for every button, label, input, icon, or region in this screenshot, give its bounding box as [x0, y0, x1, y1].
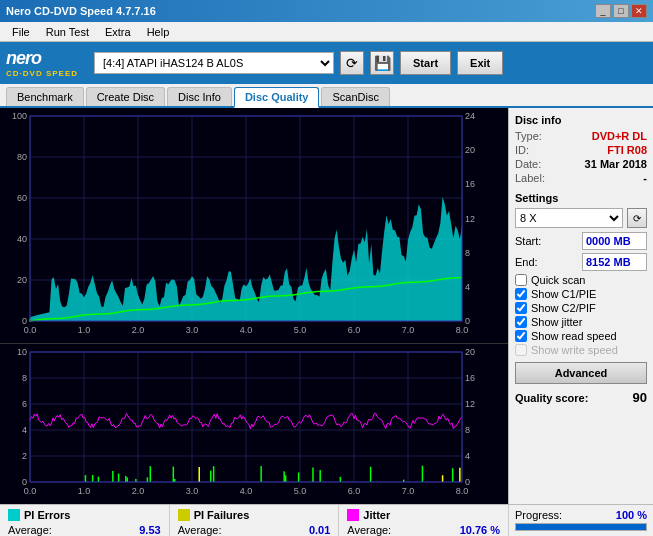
- disc-date-label: Date:: [515, 158, 541, 170]
- save-icon-button[interactable]: 💾: [370, 51, 394, 75]
- app-logo: nero CD·DVD SPEED: [6, 48, 78, 78]
- show-jitter-row: Show jitter: [515, 316, 647, 328]
- logo-subtitle: CD·DVD SPEED: [6, 69, 78, 78]
- quick-scan-row: Quick scan: [515, 274, 647, 286]
- disc-id-row: ID: FTI R08: [515, 144, 647, 156]
- disc-date-value: 31 Mar 2018: [585, 158, 647, 170]
- exit-button[interactable]: Exit: [457, 51, 503, 75]
- pi-errors-color: [8, 509, 20, 521]
- tab-benchmark[interactable]: Benchmark: [6, 87, 84, 106]
- pi-failures-average: Average: 0.01: [178, 524, 331, 536]
- progress-label: Progress:: [515, 509, 562, 521]
- pi-errors-block: PI Errors Average: 9.53 Maximum: 54 Tota…: [0, 505, 170, 536]
- minimize-button[interactable]: _: [595, 4, 611, 18]
- speed-selector[interactable]: 8 X: [515, 208, 623, 228]
- status-bar: PI Errors Average: 9.53 Maximum: 54 Tota…: [0, 504, 653, 536]
- start-label: Start:: [515, 235, 541, 247]
- disc-id-value: FTI R08: [607, 144, 647, 156]
- close-button[interactable]: ✕: [631, 4, 647, 18]
- toolbar: nero CD·DVD SPEED [4:4] ATAPI iHAS124 B …: [0, 42, 653, 84]
- menu-help[interactable]: Help: [139, 24, 178, 40]
- title-bar-title: Nero CD-DVD Speed 4.7.7.16: [6, 5, 156, 17]
- maximize-button[interactable]: □: [613, 4, 629, 18]
- logo-nero: nero: [6, 48, 78, 69]
- pi-errors-avg-value: 9.53: [139, 524, 160, 536]
- jitter-color: [347, 509, 359, 521]
- tab-disc-quality[interactable]: Disc Quality: [234, 87, 320, 108]
- speed-row: 8 X ⟳: [515, 208, 647, 228]
- show-c2-checkbox[interactable]: [515, 302, 527, 314]
- start-input[interactable]: 0000 MB: [582, 232, 647, 250]
- tab-bar: Benchmark Create Disc Disc Info Disc Qua…: [0, 84, 653, 108]
- jitter-avg-label: Average:: [347, 524, 391, 536]
- show-c2-row: Show C2/PIF: [515, 302, 647, 314]
- progress-bar-outer: [515, 523, 647, 531]
- chart-top: [0, 108, 508, 344]
- advanced-button[interactable]: Advanced: [515, 362, 647, 384]
- start-mb-row: Start: 0000 MB: [515, 232, 647, 250]
- jitter-label: Jitter: [363, 509, 390, 521]
- quality-score-row: Quality score: 90: [515, 390, 647, 405]
- progress-block: Progress: 100 % Position: 8151 MB Speed:…: [508, 505, 653, 536]
- tab-disc-info[interactable]: Disc Info: [167, 87, 232, 106]
- show-jitter-checkbox[interactable]: [515, 316, 527, 328]
- disc-label-value: -: [643, 172, 647, 184]
- start-button[interactable]: Start: [400, 51, 451, 75]
- speed-refresh-icon[interactable]: ⟳: [627, 208, 647, 228]
- settings-title: Settings: [515, 192, 647, 204]
- menu-run-test[interactable]: Run Test: [38, 24, 97, 40]
- quick-scan-label: Quick scan: [531, 274, 585, 286]
- disc-id-label: ID:: [515, 144, 529, 156]
- show-write-speed-label: Show write speed: [531, 344, 618, 356]
- menu-file[interactable]: File: [4, 24, 38, 40]
- drive-selector[interactable]: [4:4] ATAPI iHAS124 B AL0S: [94, 52, 334, 74]
- progress-row: Progress: 100 %: [515, 509, 647, 521]
- disc-info-title: Disc info: [515, 114, 647, 126]
- pi-errors-title: PI Errors: [8, 509, 161, 521]
- disc-label-label: Label:: [515, 172, 545, 184]
- tab-create-disc[interactable]: Create Disc: [86, 87, 165, 106]
- jitter-average: Average: 10.76 %: [347, 524, 500, 536]
- main-content: Disc info Type: DVD+R DL ID: FTI R08 Dat…: [0, 108, 653, 504]
- title-bar: Nero CD-DVD Speed 4.7.7.16 _ □ ✕: [0, 0, 653, 22]
- end-input[interactable]: 8152 MB: [582, 253, 647, 271]
- show-c1-label: Show C1/PIE: [531, 288, 596, 300]
- disc-type-value: DVD+R DL: [592, 130, 647, 142]
- pi-failures-avg-label: Average:: [178, 524, 222, 536]
- jitter-title: Jitter: [347, 509, 500, 521]
- pi-failures-label: PI Failures: [194, 509, 250, 521]
- disc-date-row: Date: 31 Mar 2018: [515, 158, 647, 170]
- end-label: End:: [515, 256, 538, 268]
- jitter-block: Jitter Average: 10.76 % Maximum: 12.5 % …: [339, 505, 508, 536]
- menu-bar: File Run Test Extra Help: [0, 22, 653, 42]
- show-c2-label: Show C2/PIF: [531, 302, 596, 314]
- right-panel: Disc info Type: DVD+R DL ID: FTI R08 Dat…: [508, 108, 653, 504]
- pi-failures-title: PI Failures: [178, 509, 331, 521]
- pi-errors-average: Average: 9.53: [8, 524, 161, 536]
- show-jitter-label: Show jitter: [531, 316, 582, 328]
- show-write-speed-row: Show write speed: [515, 344, 647, 356]
- settings-section: Settings 8 X ⟳ Start: 0000 MB End: 8152 …: [515, 192, 647, 384]
- show-read-speed-label: Show read speed: [531, 330, 617, 342]
- menu-extra[interactable]: Extra: [97, 24, 139, 40]
- window-controls[interactable]: _ □ ✕: [595, 4, 647, 18]
- pi-failures-color: [178, 509, 190, 521]
- show-write-speed-checkbox: [515, 344, 527, 356]
- quick-scan-checkbox[interactable]: [515, 274, 527, 286]
- pi-failures-avg-value: 0.01: [309, 524, 330, 536]
- show-read-speed-row: Show read speed: [515, 330, 647, 342]
- pi-failures-block: PI Failures Average: 0.01 Maximum: 4 Tot…: [170, 505, 340, 536]
- tab-scan-disc[interactable]: ScanDisc: [321, 87, 389, 106]
- show-c1-checkbox[interactable]: [515, 288, 527, 300]
- refresh-icon-button[interactable]: ⟳: [340, 51, 364, 75]
- progress-value: 100 %: [616, 509, 647, 521]
- jitter-avg-value: 10.76 %: [460, 524, 500, 536]
- quality-value: 90: [633, 390, 647, 405]
- app-title: Nero CD-DVD Speed 4.7.7.16: [6, 5, 156, 17]
- show-read-speed-checkbox[interactable]: [515, 330, 527, 342]
- progress-bar-inner: [516, 524, 646, 530]
- pi-errors-avg-label: Average:: [8, 524, 52, 536]
- charts-area: [0, 108, 508, 504]
- quality-label: Quality score:: [515, 392, 588, 404]
- disc-label-row: Label: -: [515, 172, 647, 184]
